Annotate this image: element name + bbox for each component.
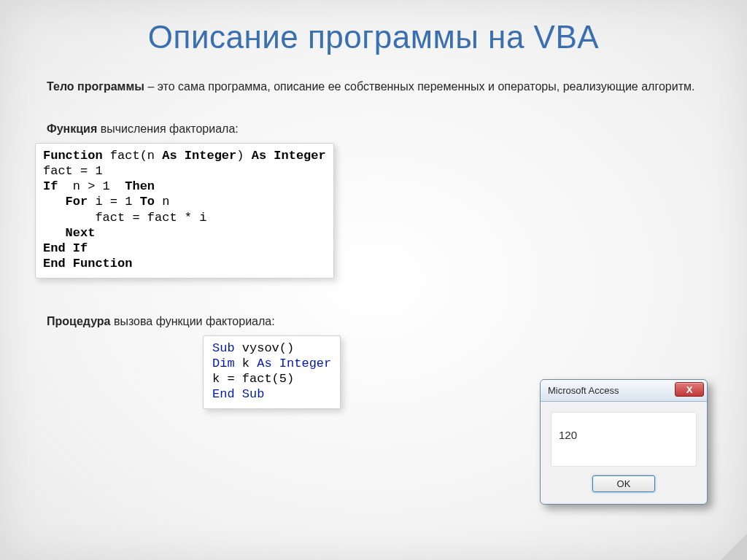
msgbox-message: 120	[551, 412, 697, 467]
intro-bold: Тело программы	[47, 80, 144, 93]
ok-button[interactable]: OK	[592, 475, 655, 492]
subheading-procedure: Процедура вызова функции факториала:	[47, 315, 700, 328]
subheading-procedure-bold: Процедура	[47, 315, 111, 327]
code-function-factorial: Function fact(n As Integer) As Integer f…	[35, 143, 334, 279]
subheading-function: Функция вычисления факториала:	[47, 122, 700, 136]
msgbox-body: 120 OK	[541, 402, 707, 504]
msgbox-title: Microsoft Access	[548, 385, 619, 396]
code-procedure-call: Sub vysov() Dim k As Integer k = fact(5)…	[203, 335, 341, 409]
close-icon: X	[686, 384, 693, 395]
msgbox-button-row: OK	[551, 475, 697, 497]
close-button[interactable]: X	[675, 382, 704, 397]
msgbox-titlebar[interactable]: Microsoft Access X	[541, 380, 707, 402]
subheading-function-bold: Функция	[47, 122, 97, 135]
slide-title: Описание программы на VBA	[34, 19, 713, 55]
page-curl-icon	[721, 534, 747, 560]
intro-paragraph: Тело программы – это сама программа, опи…	[47, 79, 700, 95]
subheading-function-rest: вычисления факториала:	[97, 122, 239, 135]
slide: Описание программы на VBA Тело программы…	[0, 0, 747, 560]
intro-rest: – это сама программа, описание ее собств…	[144, 80, 695, 93]
subheading-procedure-rest: вызова функции факториала:	[111, 315, 275, 327]
msgbox-dialog: Microsoft Access X 120 OK	[540, 379, 708, 505]
